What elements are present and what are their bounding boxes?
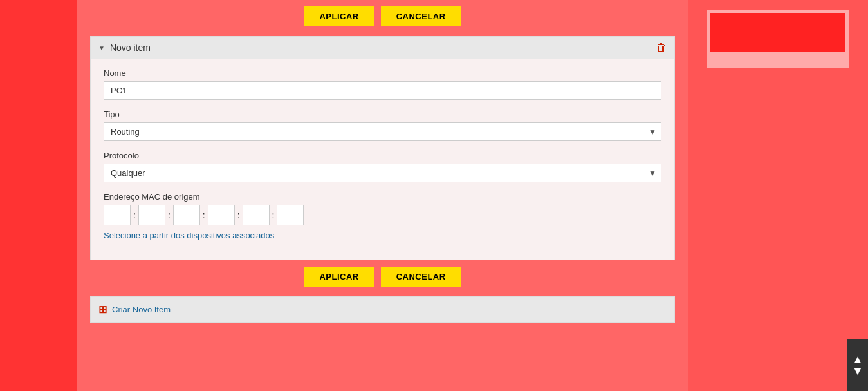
mac-octet-5[interactable]	[243, 205, 270, 225]
mac-address-inputs: : : : : :	[104, 205, 661, 225]
mac-sep-1: :	[133, 210, 136, 220]
panel-title: Novo item	[110, 43, 151, 53]
right-panel-red-box	[710, 13, 845, 52]
plus-icon: ⊞	[98, 303, 107, 316]
mac-sep-5: :	[272, 210, 275, 220]
collapse-icon: ▼	[98, 44, 105, 52]
tipo-select-wrapper: Routing Bridging NAT ▼	[104, 122, 661, 141]
panel-header-left: ▼ Novo item	[98, 43, 151, 53]
mac-octet-1[interactable]	[104, 205, 131, 225]
nome-input[interactable]	[104, 81, 661, 100]
bottom-cancelar-button[interactable]: CANCELAR	[381, 267, 461, 287]
protocolo-select-wrapper: Qualquer TCP UDP ICMP ▼	[104, 164, 661, 182]
mac-field-group: Endereço MAC de origem : : : : : Selecio…	[104, 192, 661, 240]
content-area: APLICAR CANCELAR ▼ Novo item 🗑 Nome Tipo	[77, 0, 688, 391]
panel-body: Nome Tipo Routing Bridging NAT ▼ Protoco…	[91, 59, 674, 260]
tipo-select[interactable]: Routing Bridging NAT	[104, 122, 661, 141]
bottom-button-group: APLICAR CANCELAR	[90, 267, 675, 287]
top-aplicar-button[interactable]: APLICAR	[304, 6, 374, 26]
mac-sep-3: :	[203, 210, 205, 220]
tipo-field-group: Tipo Routing Bridging NAT ▼	[104, 110, 661, 141]
create-new-label: Criar Novo Item	[112, 305, 171, 314]
select-devices-link[interactable]: Selecione a partir dos dispositivos asso…	[104, 231, 274, 240]
scroll-widget[interactable]: ▲ ▼	[847, 339, 868, 391]
mac-sep-2: :	[168, 210, 171, 220]
nome-label: Nome	[104, 68, 661, 78]
mac-octet-4[interactable]	[208, 205, 235, 225]
scroll-up-icon[interactable]: ▲	[852, 354, 863, 365]
protocolo-field-group: Protocolo Qualquer TCP UDP ICMP ▼	[104, 151, 661, 182]
protocolo-label: Protocolo	[104, 151, 661, 160]
mac-octet-3[interactable]	[173, 205, 200, 225]
right-panel-inner	[707, 10, 849, 68]
scroll-down-icon[interactable]: ▼	[852, 365, 863, 377]
protocolo-select[interactable]: Qualquer TCP UDP ICMP	[104, 164, 661, 182]
top-button-group: APLICAR CANCELAR	[90, 6, 675, 26]
left-sidebar	[0, 0, 77, 391]
mac-sep-4: :	[237, 210, 240, 220]
create-new-panel[interactable]: ⊞ Criar Novo Item	[90, 296, 675, 323]
right-panel	[688, 0, 868, 391]
panel-header[interactable]: ▼ Novo item 🗑	[91, 37, 674, 59]
mac-label: Endereço MAC de origem	[104, 192, 661, 202]
mac-octet-6[interactable]	[277, 205, 304, 225]
delete-icon[interactable]: 🗑	[656, 42, 667, 53]
nome-field-group: Nome	[104, 68, 661, 100]
mac-octet-2[interactable]	[138, 205, 165, 225]
novo-item-panel: ▼ Novo item 🗑 Nome Tipo Routing Bridging…	[90, 36, 675, 260]
tipo-label: Tipo	[104, 110, 661, 119]
bottom-aplicar-button[interactable]: APLICAR	[304, 267, 374, 287]
top-cancelar-button[interactable]: CANCELAR	[381, 6, 461, 26]
